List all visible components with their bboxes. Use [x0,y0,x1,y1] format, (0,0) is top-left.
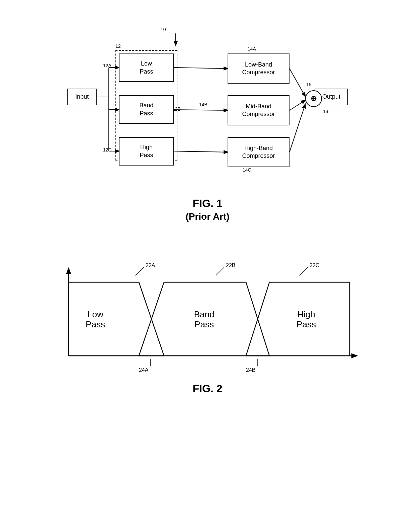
input-label: Input [75,93,89,101]
svg-line-8 [174,151,228,152]
label-18: 18 [323,109,328,114]
svg-line-11 [289,104,305,152]
fig2-bandpass-label: Band [194,309,215,319]
midband-box: Mid-BandCompressor [228,95,289,125]
label-14a: 14A [248,46,256,51]
fig1-container: Input Output LowPass BandPass HighPass [20,13,395,222]
svg-text:Pass: Pass [86,319,105,329]
lowband-label: Low-BandCompressor [242,61,275,77]
page: Input Output LowPass BandPass HighPass [0,0,415,532]
label-14c: 14C [243,167,251,173]
fig2-container: Low Pass Band Pass High Pass 22A 22B 22C [20,249,395,395]
svg-line-23 [136,267,144,276]
lowpass-box: LowPass [119,54,174,82]
label-24b: 24B [246,367,255,373]
bandpass-box: BandPass [119,95,174,124]
diagram2-svg: Low Pass Band Pass High Pass 22A 22B 22C [49,255,366,376]
lowband-box: Low-BandCompressor [228,54,289,84]
diagram1: Input Output LowPass BandPass HighPass [57,23,358,191]
input-box: Input [67,89,97,105]
label-22b: 22B [226,262,235,268]
svg-line-6 [174,68,228,69]
label-22a: 22A [146,262,155,268]
diagram2: Low Pass Band Pass High Pass 22A 22B 22C [49,255,366,376]
diagram1-svg [57,23,358,191]
bandpass-label: BandPass [139,102,153,117]
svg-marker-17 [69,282,164,356]
svg-line-24 [216,267,224,276]
highpass-label: HighPass [140,143,153,159]
output-label: Output [322,93,340,101]
highband-box: High-BandCompressor [228,137,289,167]
svg-line-10 [289,100,305,110]
svg-line-7 [174,110,228,110]
label-22c: 22C [310,262,319,268]
svg-line-9 [289,69,305,96]
label-12: 12 [115,43,121,49]
fig2-highpass-label: High [297,309,315,319]
label-12a: 12A [103,63,111,68]
label-15: 15 [306,82,312,87]
label-14b: 14B [199,102,208,107]
fig1-subtitle: (Prior Art) [185,211,229,222]
fig2-lowpass-label: Low [87,309,103,319]
svg-text:Pass: Pass [297,319,316,329]
fig1-title: FIG. 1 [193,197,223,210]
svg-text:Pass: Pass [194,319,214,329]
fig2-title: FIG. 2 [193,383,223,395]
lowpass-label: LowPass [140,60,153,76]
label-10: 10 [161,27,166,32]
label-12b: 12B [172,106,181,112]
label-12c: 12C [103,147,112,152]
label-24a: 24A [139,367,149,373]
highpass-box: HighPass [119,137,174,166]
sum-symbol: ⊕ [311,94,317,103]
sum-junction: ⊕ [305,90,322,107]
svg-line-25 [300,267,308,276]
midband-label: Mid-BandCompressor [242,103,275,118]
highband-label: High-BandCompressor [242,144,275,160]
